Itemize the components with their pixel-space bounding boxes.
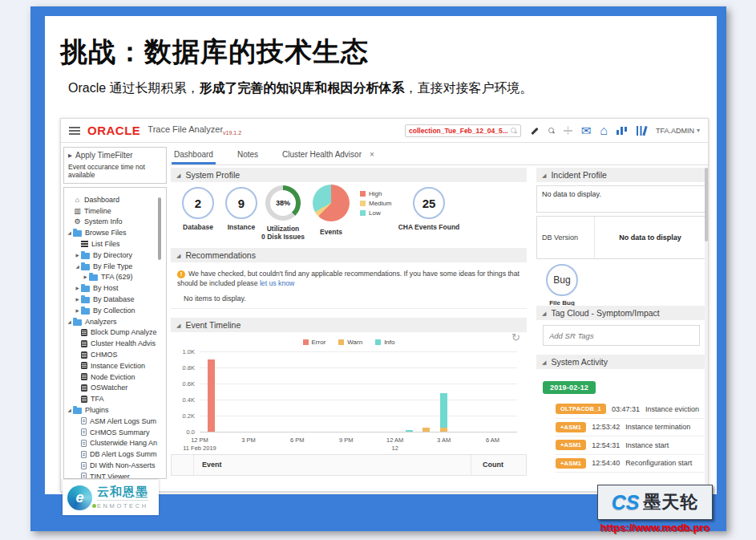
- oracle-logo: ORACLE: [87, 124, 140, 137]
- sidebar-item-plugins[interactable]: ◢Plugins: [64, 404, 166, 416]
- section-recommendations[interactable]: ◢Recommendations: [171, 248, 527, 262]
- sidebar-item-asm-alert-logs-sum[interactable]: ASM Alert Logs Sum: [64, 416, 166, 427]
- x-axis-subtick: 12: [371, 445, 419, 452]
- warning-icon: !: [177, 270, 185, 278]
- stat-events: Events: [309, 185, 354, 236]
- collection-search-box[interactable]: collection_Tue_Feb_12_04_5...: [405, 124, 521, 137]
- sidebar-item-label: Cluster Health Advis: [91, 339, 156, 347]
- sidebar-item-tfa[interactable]: TFA: [64, 393, 166, 404]
- legend-swatch: [303, 339, 309, 345]
- analyzer-icon: [81, 396, 87, 403]
- sidebar-item-cluster-health-advis[interactable]: Cluster Health Advis: [64, 338, 166, 349]
- events-pie-chart: [313, 185, 350, 221]
- modb-url[interactable]: https://www.modb.pro: [591, 522, 719, 534]
- sidebar-item-label: System Info: [84, 217, 123, 225]
- subtitle-bold: 形成了完善的知识库和根因分析体系: [200, 81, 405, 95]
- tab-dashboard[interactable]: Dashboard: [172, 145, 216, 164]
- sidebar-item-by-directory[interactable]: ▶By Directory: [64, 250, 166, 261]
- sidebar-item-db-alert-logs-summ[interactable]: DB Alert Logs Summ: [64, 449, 166, 460]
- sidebar-item-di-with-non-asserts[interactable]: DI With Non-Asserts: [64, 460, 166, 471]
- tree-collapse-icon[interactable]: ◢: [66, 408, 73, 412]
- divider: [171, 308, 527, 309]
- activity-row: OLTPACDB_103:47:31Instance eviction: [556, 400, 706, 419]
- sidebar-item-analyzers[interactable]: ◢Analyzers: [64, 316, 166, 327]
- sidebar-item-tint-viewer[interactable]: TINT Viewer: [64, 471, 166, 479]
- tree-expand-icon[interactable]: ▶: [74, 308, 81, 313]
- refresh-icon[interactable]: ↻: [511, 331, 520, 343]
- tab-notes[interactable]: Notes: [235, 145, 261, 164]
- legend-swatch: [360, 201, 366, 206]
- sidebar-item-oswatcher[interactable]: OSWatcher: [64, 383, 166, 394]
- utilization-value: 38%: [276, 199, 290, 207]
- sidebar-item-by-file-type[interactable]: ◢By File Type: [64, 261, 166, 272]
- home-icon[interactable]: ⌂: [600, 124, 608, 137]
- bar-chart-icon[interactable]: [617, 126, 627, 135]
- add-sr-tags-input[interactable]: [543, 325, 700, 346]
- events-table-header: Event Count: [171, 454, 527, 476]
- timefilter-note: Event occurance time not available: [68, 163, 162, 179]
- file-bug-button[interactable]: Bug: [546, 264, 578, 296]
- section-event-timeline[interactable]: ◢Event Timeline: [171, 318, 527, 332]
- tree-collapse-icon[interactable]: ◢: [74, 264, 81, 269]
- sidebar-item-by-host[interactable]: ▶By Host: [64, 282, 166, 294]
- sidebar-item-node-eviction[interactable]: Node Eviction: [64, 372, 166, 383]
- collapse-icon: ◢: [542, 168, 546, 183]
- sidebar-item-chmos[interactable]: CHMOS: [64, 349, 166, 360]
- tree-expand-icon[interactable]: ▶: [74, 253, 81, 258]
- section-tag-cloud[interactable]: ◢Tag Cloud - Symptom/Impact: [536, 306, 706, 320]
- sidebar-item-timeline[interactable]: ▥Timeline: [64, 205, 166, 217]
- sidebar-item-block-dump-analyze[interactable]: Block Dump Analyze: [64, 327, 166, 339]
- tree-collapse-icon[interactable]: ◢: [66, 319, 73, 324]
- sidebar-item-chmos-summary[interactable]: CHMOS Summary: [64, 427, 166, 438]
- subtitle-prefix: Oracle 通过长期积累，: [68, 81, 200, 95]
- let-us-know-link[interactable]: let us know: [260, 279, 294, 287]
- sidebar-item-label: Timeline: [84, 207, 111, 215]
- tree-expand-icon[interactable]: ▶: [74, 286, 81, 290]
- section-system-activity[interactable]: ◢System Activity: [536, 355, 706, 369]
- stat-label: Utilization: [267, 225, 300, 233]
- sidebar-item-list-files[interactable]: List Files: [64, 238, 166, 250]
- tree-expand-icon[interactable]: ▶: [74, 297, 81, 302]
- utilization-donut: 38%: [265, 185, 301, 221]
- document-icon: [81, 451, 87, 458]
- close-icon[interactable]: ×: [370, 150, 374, 159]
- column-header-count[interactable]: Count: [483, 461, 503, 469]
- legend-label: Error: [312, 339, 326, 346]
- sidebar-item-instance-eviction[interactable]: Instance Eviction: [64, 360, 166, 372]
- activity-time: 12:54:40: [592, 459, 620, 467]
- apply-timefilter[interactable]: ▶Apply TimeFilter Event occurance time n…: [63, 147, 167, 184]
- legend-swatch: [360, 210, 366, 216]
- tab-cluster-health-advisor[interactable]: Cluster Health Advisor×: [280, 145, 377, 164]
- section-title: Event Timeline: [185, 320, 241, 330]
- library-icon[interactable]: [636, 126, 647, 136]
- mail-icon[interactable]: ✉: [581, 124, 592, 136]
- sidebar-item-browse-files[interactable]: ◢Browse Files: [64, 227, 166, 238]
- tree-expand-icon[interactable]: ▶: [82, 274, 89, 279]
- column-header-event[interactable]: Event: [202, 461, 222, 469]
- activity-list: OLTPACDB_103:47:31Instance eviction+ASM1…: [536, 400, 706, 473]
- section-incident-profile[interactable]: ◢Incident Profile: [536, 168, 706, 182]
- legend-label: Low: [369, 209, 381, 217]
- edit-icon[interactable]: [530, 126, 540, 136]
- main-scrollbar[interactable]: [705, 168, 708, 491]
- search-icon[interactable]: [548, 128, 555, 134]
- tree-collapse-icon[interactable]: ◢: [66, 230, 73, 235]
- section-system-profile[interactable]: ◢System Profile: [171, 168, 527, 182]
- sidebar-item-by-database[interactable]: ▶By Database: [64, 294, 166, 305]
- pan-icon[interactable]: [564, 126, 572, 135]
- sidebar-scrollbar[interactable]: [158, 197, 161, 260]
- legend-swatch: [360, 191, 366, 197]
- x-axis-tick: 6 PM: [273, 436, 321, 444]
- user-menu[interactable]: TFA.ADMIN▾: [656, 127, 700, 135]
- sidebar-item-clusterwide-hang-an[interactable]: Clusterwide Hang An: [64, 438, 166, 449]
- scrollbar-thumb[interactable]: [705, 168, 708, 242]
- folder-icon: [81, 308, 90, 315]
- document-icon: [81, 417, 87, 424]
- folder-icon: [73, 408, 82, 414]
- menu-icon[interactable]: [69, 127, 80, 135]
- sidebar-item-dashboard[interactable]: ⌂Dashboard: [64, 194, 166, 205]
- sidebar-item-system-info[interactable]: ⚙System Info: [64, 217, 166, 228]
- sidebar-item-tfa-629-[interactable]: ▶TFA (629): [64, 272, 166, 283]
- sidebar-item-by-collection[interactable]: ▶By Collection: [64, 305, 166, 316]
- legend-item-low: Low: [360, 209, 391, 217]
